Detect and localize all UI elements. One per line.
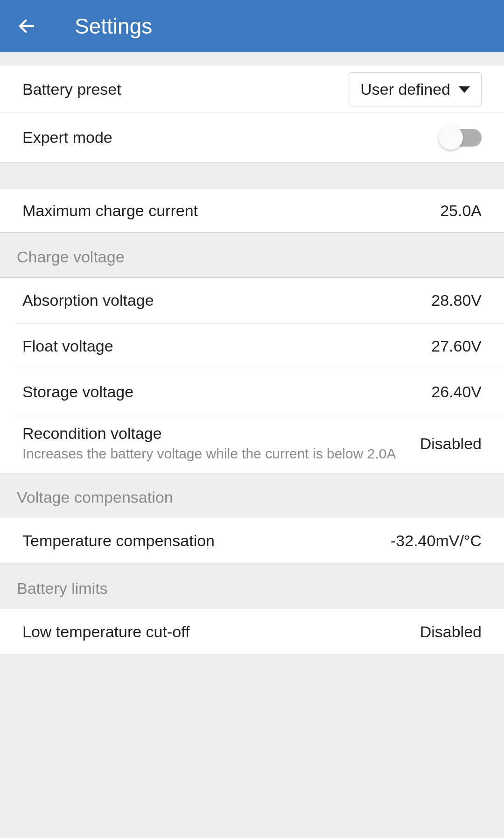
float-voltage-label: Float voltage (22, 337, 113, 355)
expert-mode-row[interactable]: Expert mode (0, 113, 504, 162)
low-temp-cutoff-value: Disabled (420, 623, 482, 641)
toggle-knob (439, 126, 463, 150)
storage-voltage-row[interactable]: Storage voltage 26.40V (17, 369, 504, 415)
recondition-voltage-labels: Recondition voltage Increases the batter… (22, 424, 420, 464)
max-charge-current-value: 25.0A (440, 202, 482, 220)
temperature-compensation-row[interactable]: Temperature compensation -32.40mV/°C (0, 518, 504, 563)
float-voltage-value: 27.60V (431, 337, 482, 355)
trailing-space (0, 655, 504, 674)
app-header: Settings (0, 0, 504, 52)
storage-voltage-value: 26.40V (431, 383, 482, 401)
expert-mode-toggle[interactable] (442, 129, 482, 147)
spacer (0, 52, 504, 66)
battery-limits-section: Low temperature cut-off Disabled (0, 609, 504, 655)
general-section: Battery preset User defined Expert mode (0, 66, 504, 162)
low-temp-cutoff-label: Low temperature cut-off (22, 623, 189, 641)
recondition-voltage-label: Recondition voltage (22, 424, 411, 443)
charge-voltage-header: Charge voltage (0, 232, 504, 277)
voltage-compensation-section: Temperature compensation -32.40mV/°C (0, 518, 504, 564)
temperature-compensation-label: Temperature compensation (22, 532, 215, 550)
battery-preset-label: Battery preset (22, 80, 121, 99)
settings-content: Battery preset User defined Expert mode … (0, 52, 504, 674)
low-temp-cutoff-row[interactable]: Low temperature cut-off Disabled (0, 609, 504, 655)
charge-voltage-section: Absorption voltage 28.80V Float voltage … (0, 277, 504, 473)
back-arrow-icon[interactable] (17, 16, 36, 36)
storage-voltage-label: Storage voltage (22, 383, 133, 401)
expert-mode-label: Expert mode (22, 128, 112, 147)
float-voltage-row[interactable]: Float voltage 27.60V (17, 324, 504, 369)
battery-limits-header: Battery limits (0, 564, 504, 609)
battery-preset-row[interactable]: Battery preset User defined (0, 66, 504, 113)
max-charge-current-label: Maximum charge current (22, 202, 198, 220)
max-charge-section: Maximum charge current 25.0A (0, 189, 504, 232)
recondition-voltage-value: Disabled (420, 435, 482, 453)
section-gap (0, 162, 504, 189)
absorption-voltage-value: 28.80V (431, 291, 482, 310)
absorption-voltage-row[interactable]: Absorption voltage 28.80V (17, 278, 504, 324)
battery-preset-value: User defined (360, 80, 450, 99)
page-title: Settings (75, 14, 152, 39)
recondition-voltage-row[interactable]: Recondition voltage Increases the batter… (17, 415, 504, 473)
max-charge-current-row[interactable]: Maximum charge current 25.0A (0, 189, 504, 232)
recondition-voltage-sublabel: Increases the battery voltage while the … (22, 444, 411, 464)
battery-preset-dropdown[interactable]: User defined (349, 72, 482, 106)
chevron-down-icon (459, 86, 470, 93)
voltage-compensation-header: Voltage compensation (0, 473, 504, 518)
temperature-compensation-value: -32.40mV/°C (391, 532, 482, 550)
absorption-voltage-label: Absorption voltage (22, 291, 154, 310)
